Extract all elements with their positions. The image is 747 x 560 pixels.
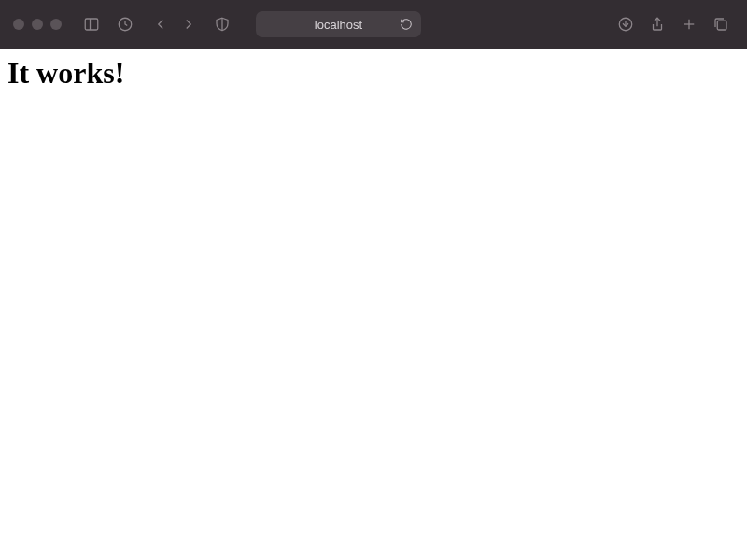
back-button[interactable] — [148, 11, 174, 37]
downloads-icon[interactable] — [613, 11, 639, 37]
clock-icon[interactable] — [112, 11, 138, 37]
shield-icon[interactable] — [209, 11, 235, 37]
close-window-button[interactable] — [13, 19, 24, 30]
share-icon[interactable] — [644, 11, 670, 37]
maximize-window-button[interactable] — [50, 19, 62, 30]
minimize-window-button[interactable] — [32, 19, 43, 30]
browser-toolbar: localhost — [0, 0, 747, 49]
svg-rect-0 — [85, 19, 98, 30]
new-tab-icon[interactable] — [676, 11, 702, 37]
sidebar-toggle-icon[interactable] — [78, 11, 105, 37]
address-text: localhost — [315, 18, 362, 32]
forward-button[interactable] — [176, 11, 202, 37]
svg-rect-7 — [717, 21, 726, 30]
page-heading: It works! — [7, 56, 740, 91]
window-controls — [13, 19, 62, 30]
page-content: It works! — [0, 49, 747, 98]
address-bar[interactable]: localhost — [256, 11, 421, 37]
reload-icon[interactable] — [399, 17, 414, 32]
right-toolbar-icons — [613, 11, 734, 37]
tabs-overview-icon[interactable] — [708, 11, 734, 37]
nav-buttons — [148, 11, 202, 37]
